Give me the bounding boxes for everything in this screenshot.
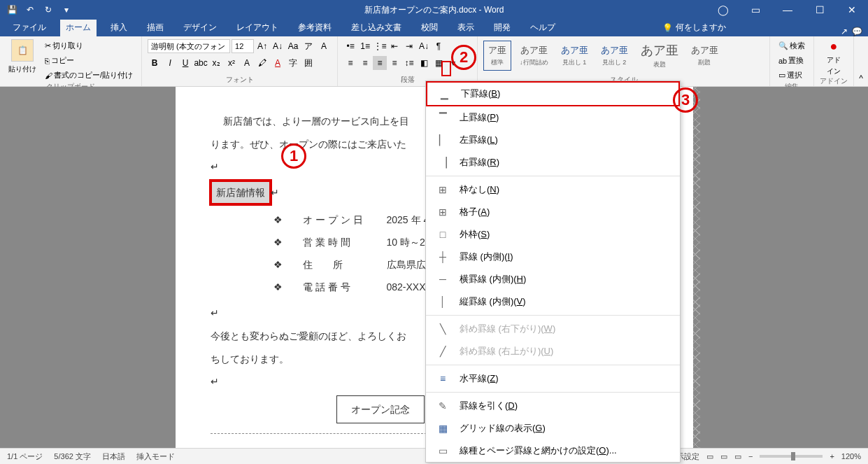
- paste-button[interactable]: 貼り付け: [6, 63, 39, 76]
- cut-button[interactable]: ✂ 切り取り: [42, 39, 136, 52]
- strikethrough-button[interactable]: abc: [194, 56, 208, 70]
- collapse-ribbon-icon[interactable]: ^: [859, 73, 863, 83]
- zoom-slider[interactable]: [760, 455, 823, 458]
- enclose-button[interactable]: 囲: [301, 56, 315, 70]
- numbering-button[interactable]: 1≡: [358, 39, 372, 53]
- style-heading1[interactable]: あア亜見出し 1: [557, 41, 592, 70]
- menu-border-none[interactable]: ⊞枠なし(N): [426, 178, 680, 201]
- sort-button[interactable]: A↓: [417, 39, 431, 53]
- redo-icon[interactable]: ↻: [42, 3, 55, 16]
- tab-view[interactable]: 表示: [452, 19, 480, 36]
- grow-font-button[interactable]: A↑: [255, 39, 269, 53]
- comments-icon[interactable]: 💬: [852, 27, 862, 36]
- menu-border-inside-v[interactable]: │縦罫線 (内側)(V): [426, 290, 680, 313]
- font-color-button[interactable]: A: [271, 56, 285, 70]
- section-heading-selected[interactable]: 新店舗情報: [211, 181, 271, 205]
- italic-button[interactable]: I: [163, 56, 177, 70]
- bold-button[interactable]: B: [148, 56, 162, 70]
- status-page[interactable]: 1/1 ページ: [7, 451, 43, 462]
- subscript-button[interactable]: x₂: [209, 56, 223, 70]
- maximize-button[interactable]: ☐: [804, 0, 836, 20]
- menu-horizontal-line[interactable]: ≡水平線(Z): [426, 367, 680, 390]
- menu-border-left[interactable]: ▏左罫線(L): [426, 129, 680, 151]
- bullets-button[interactable]: •≡: [343, 39, 357, 53]
- tab-design[interactable]: デザイン: [178, 19, 222, 36]
- phonetic-guide-button[interactable]: ア: [301, 39, 315, 53]
- decrease-indent-button[interactable]: ⇤: [387, 39, 401, 53]
- shrink-font-button[interactable]: A↓: [271, 39, 285, 53]
- share-icon[interactable]: ↗: [841, 27, 848, 36]
- menu-view-gridlines[interactable]: ▦グリッド線の表示(G): [426, 417, 680, 440]
- zoom-in-button[interactable]: +: [830, 452, 834, 461]
- change-case-button[interactable]: Aa: [286, 39, 300, 53]
- tab-help[interactable]: ヘルプ: [525, 19, 561, 36]
- menu-border-all[interactable]: ⊞格子(A): [426, 201, 680, 223]
- tab-mailings[interactable]: 差し込み文書: [346, 19, 407, 36]
- show-marks-button[interactable]: ¶: [432, 39, 446, 53]
- align-justify-button[interactable]: ≡: [373, 56, 387, 70]
- char-shading-button[interactable]: 字: [286, 56, 300, 70]
- tab-references[interactable]: 参考資料: [292, 19, 337, 36]
- view-read-mode-icon[interactable]: ▭: [706, 452, 713, 461]
- menu-border-top[interactable]: ▔上罫線(P): [426, 106, 680, 129]
- minimize-button[interactable]: —: [771, 0, 804, 20]
- menu-border-inside-h[interactable]: ─横罫線 (内側)(H): [426, 268, 680, 290]
- status-insert-mode[interactable]: 挿入モード: [136, 451, 175, 462]
- line-spacing-button[interactable]: ↕≡: [402, 56, 416, 70]
- zoom-out-button[interactable]: −: [748, 452, 753, 461]
- close-button[interactable]: ✕: [836, 0, 868, 20]
- find-button[interactable]: 🔍 検索: [776, 39, 808, 52]
- replace-button[interactable]: ab 置換: [776, 54, 808, 67]
- addin-icon[interactable]: ●: [830, 39, 838, 54]
- save-icon[interactable]: 💾: [6, 3, 18, 16]
- tab-developer[interactable]: 開発: [488, 19, 516, 36]
- menu-border-bottom[interactable]: ▁下罫線(B): [426, 81, 680, 106]
- increase-indent-button[interactable]: ⇥: [402, 39, 416, 53]
- status-word-count[interactable]: 5/362 文字: [54, 451, 91, 462]
- tab-insert[interactable]: 挿入: [105, 19, 133, 36]
- menu-label: 斜め罫線 (右上がり)(: [460, 346, 544, 356]
- highlight-button[interactable]: 🖍: [255, 56, 269, 70]
- ribbon-tabs: ファイル ホーム 挿入 描画 デザイン レイアウト 参考資料 差し込み文書 校閲…: [0, 20, 868, 36]
- style-no-spacing[interactable]: あア亜↓行間詰め: [515, 41, 553, 70]
- ribbon-group-editing: 🔍 検索 ab 置換 ▭ 選択 編集: [770, 36, 814, 86]
- view-print-layout-icon[interactable]: ▭: [720, 452, 727, 461]
- align-center-button[interactable]: ≡: [358, 56, 372, 70]
- font-size-select[interactable]: [232, 39, 254, 53]
- text-effects-button[interactable]: A: [240, 56, 254, 70]
- view-web-layout-icon[interactable]: ▭: [734, 452, 741, 461]
- font-name-select[interactable]: [148, 39, 230, 53]
- tab-layout[interactable]: レイアウト: [231, 19, 284, 36]
- tab-draw[interactable]: 描画: [141, 19, 169, 36]
- tab-home[interactable]: ホーム: [60, 19, 97, 36]
- tab-file[interactable]: ファイル: [7, 19, 52, 36]
- menu-border-inside[interactable]: ┼罫線 (内側)(I): [426, 246, 680, 268]
- shading-button[interactable]: ◧: [417, 56, 431, 70]
- select-button[interactable]: ▭ 選択: [776, 69, 808, 82]
- menu-border-right[interactable]: ▕右罫線(R): [426, 151, 680, 174]
- menu-draw-border[interactable]: ✎罫線を引く(D): [426, 395, 680, 417]
- style-heading2[interactable]: あア亜見出し 2: [597, 41, 632, 70]
- format-painter-button[interactable]: 🖌 書式のコピー/貼り付け: [42, 69, 136, 82]
- underline-button[interactable]: U: [178, 56, 192, 70]
- tab-review[interactable]: 校閲: [415, 19, 443, 36]
- paste-icon[interactable]: 📋: [11, 39, 34, 62]
- status-language[interactable]: 日本語: [102, 451, 125, 462]
- qat-customize-icon[interactable]: ▾: [60, 3, 73, 16]
- tell-me-search[interactable]: 💡 何をしますか: [657, 19, 732, 36]
- align-left-button[interactable]: ≡: [343, 56, 357, 70]
- superscript-button[interactable]: x²: [225, 56, 239, 70]
- zoom-level[interactable]: 120%: [841, 452, 861, 461]
- account-icon[interactable]: ◯: [707, 0, 739, 20]
- undo-icon[interactable]: ↶: [24, 3, 36, 16]
- clear-formatting-button[interactable]: A: [317, 39, 331, 53]
- menu-border-outside[interactable]: □外枠(S): [426, 223, 680, 246]
- copy-button[interactable]: ⎘ コピー: [42, 54, 136, 67]
- align-distribute-button[interactable]: ≡: [387, 56, 401, 70]
- menu-borders-and-shading[interactable]: ▭線種とページ罫線と網かけの設定(O)...: [426, 440, 680, 462]
- style-normal[interactable]: ア亜標準: [483, 41, 511, 71]
- style-subtitle[interactable]: あア亜副題: [687, 41, 723, 70]
- style-title[interactable]: あア亜表題: [636, 39, 683, 72]
- ribbon-display-icon[interactable]: ▭: [739, 0, 771, 20]
- multilevel-list-button[interactable]: ⋮≡: [373, 39, 387, 53]
